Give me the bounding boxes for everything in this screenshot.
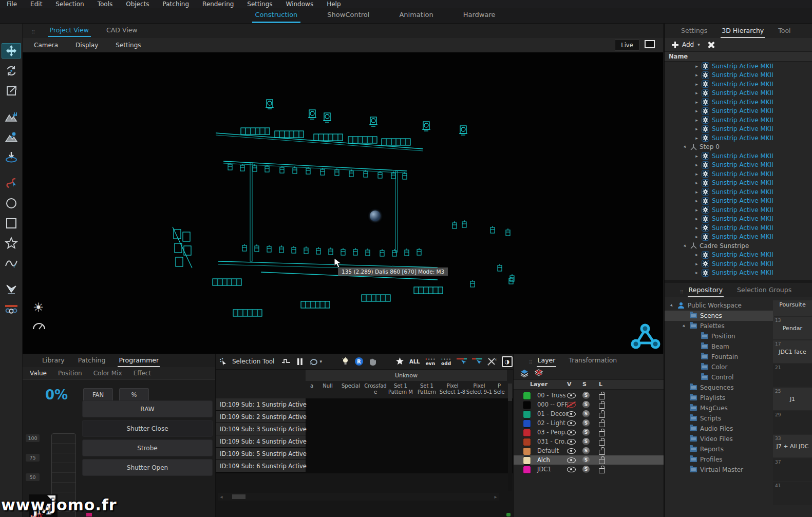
cue-cell[interactable]: 37 bbox=[773, 458, 812, 481]
repository-tree-row[interactable]: Fountain bbox=[665, 352, 773, 362]
fixture-row[interactable]: ID:109 Sub: 1 Sunstrip Active bbox=[216, 398, 306, 410]
hierarchy-tree-row[interactable]: ▸ Sunstrip Active MKII bbox=[665, 197, 812, 206]
expand-arrow-icon[interactable]: ▸ bbox=[694, 225, 699, 231]
solo-badge-icon[interactable]: S bbox=[582, 410, 590, 417]
mask-toggle-icon[interactable]: ◑ bbox=[502, 356, 513, 367]
programmer-subtab[interactable]: Color Mix bbox=[93, 370, 122, 377]
programmer-tab[interactable]: Programmer bbox=[118, 355, 160, 367]
hierarchy-tree-row[interactable]: ▸ Sunstrip Active MKII bbox=[665, 269, 812, 277]
layer-color-swatch[interactable] bbox=[523, 401, 531, 409]
right-panel-tab[interactable]: Tool bbox=[777, 26, 791, 38]
layer-color-swatch[interactable] bbox=[523, 429, 531, 437]
cue-cell[interactable]: 33 J7 + All JDC bbox=[773, 435, 812, 457]
layer-color-swatch[interactable] bbox=[523, 410, 531, 418]
scrollbar-thumb[interactable] bbox=[508, 384, 512, 401]
horizontal-scrollbar[interactable]: ◂ ▸ bbox=[218, 493, 499, 501]
value-table-column-header[interactable]: Pixel Select 1-8 bbox=[439, 383, 466, 395]
expand-arrow-icon[interactable]: ▸ bbox=[694, 207, 699, 213]
hierarchy-tree-row[interactable]: ▸ Sunstrip Active MKII bbox=[665, 179, 812, 188]
repository-tree-row[interactable]: ▸ Palettes bbox=[665, 321, 773, 331]
solo-badge-icon[interactable]: S bbox=[582, 447, 590, 454]
viewport-menu-item[interactable]: Display bbox=[75, 42, 98, 49]
detach-window-icon[interactable] bbox=[645, 40, 655, 48]
programmer-tab[interactable]: Patching bbox=[77, 355, 107, 367]
viewport-menu-item[interactable]: Camera bbox=[34, 42, 58, 49]
main-tab[interactable]: Hardware bbox=[460, 9, 499, 23]
cue-cell[interactable]: 17 JDC1 face bbox=[773, 340, 812, 363]
hierarchy-tree-row[interactable]: ▸ Sunstrip Active MKII bbox=[665, 80, 812, 89]
circle-tool-button[interactable] bbox=[2, 196, 21, 211]
programmer-action-button[interactable]: Strobe bbox=[82, 439, 213, 456]
layer-color-swatch[interactable] bbox=[523, 466, 531, 474]
expand-arrow-icon[interactable]: ▸ bbox=[681, 322, 688, 329]
visibility-eye-icon[interactable] bbox=[567, 467, 576, 472]
lock-icon[interactable] bbox=[599, 422, 605, 427]
menu-item[interactable]: Settings bbox=[240, 1, 279, 8]
value-table-column-header[interactable]: P Sele bbox=[493, 383, 506, 395]
layer-row[interactable]: JDC1 S bbox=[514, 465, 664, 474]
menu-item[interactable]: Help bbox=[320, 1, 347, 8]
visibility-eye-icon[interactable] bbox=[567, 457, 576, 463]
menu-item[interactable]: Patching bbox=[156, 1, 196, 8]
menu-item[interactable]: Rendering bbox=[196, 1, 240, 8]
add-button[interactable]: Add bbox=[682, 41, 694, 48]
scroll-right-arrow-icon[interactable]: ▸ bbox=[492, 494, 499, 500]
repository-tree-row[interactable]: Audio Files bbox=[665, 424, 773, 434]
menu-item[interactable]: Windows bbox=[279, 1, 320, 8]
menu-item[interactable]: Objects bbox=[119, 1, 156, 8]
menu-item[interactable]: Selection bbox=[49, 1, 90, 8]
programmer-subtab[interactable]: Position bbox=[58, 370, 82, 377]
cue-cell[interactable]: 41 bbox=[773, 482, 812, 505]
value-table-column-header[interactable]: Set 1 Pattern M bbox=[387, 383, 414, 395]
layer-row[interactable]: 031 - Cro... S bbox=[514, 437, 664, 446]
expand-arrow-icon[interactable]: ▸ bbox=[694, 64, 699, 69]
solo-badge-icon[interactable]: S bbox=[582, 392, 590, 399]
expand-arrow-icon[interactable]: ▸ bbox=[694, 90, 699, 95]
repository-tab[interactable]: Selection Groups bbox=[736, 285, 792, 297]
rectangle-tool-button[interactable] bbox=[2, 216, 21, 231]
cycle-mode-dropdown[interactable]: ▾ bbox=[309, 357, 322, 366]
add-layer-icon[interactable] bbox=[520, 369, 529, 378]
percent-button[interactable]: % bbox=[119, 388, 149, 401]
hierarchy-tree-row[interactable]: ▸ Sunstrip Active MKII bbox=[665, 233, 812, 242]
add-dropdown-caret-icon[interactable]: ▾ bbox=[697, 42, 700, 47]
select-all-button[interactable]: ALL bbox=[409, 359, 420, 365]
lock-icon[interactable] bbox=[599, 404, 605, 409]
scroll-left-arrow-icon[interactable]: ◂ bbox=[218, 494, 225, 500]
lock-icon[interactable] bbox=[599, 441, 605, 446]
visibility-eye-icon[interactable] bbox=[567, 411, 576, 417]
cue-cell[interactable]: 13 Pendar bbox=[773, 317, 812, 339]
pivot-gizmo-icon[interactable] bbox=[630, 322, 663, 352]
menu-item[interactable]: File bbox=[0, 1, 24, 8]
layer-color-swatch[interactable] bbox=[523, 447, 531, 455]
menu-item[interactable]: Tools bbox=[91, 1, 120, 8]
flag-tool-button[interactable] bbox=[2, 282, 21, 297]
lock-icon[interactable] bbox=[599, 431, 605, 436]
expand-arrow-icon[interactable]: ▸ bbox=[694, 162, 699, 167]
hierarchy-tree-row[interactable]: ▸ Sunstrip Active MKII bbox=[665, 133, 812, 143]
hierarchy-tree-row[interactable]: ▸ Sunstrip Active MKII bbox=[665, 223, 812, 233]
lock-icon[interactable] bbox=[599, 394, 605, 399]
hierarchy-tree-row[interactable]: ▸ Sunstrip Active MKII bbox=[665, 62, 812, 71]
expand-arrow-icon[interactable]: ▸ bbox=[694, 252, 699, 257]
select-even-button[interactable]: •••• evn bbox=[425, 357, 436, 366]
expand-arrow-icon[interactable]: ▸ bbox=[682, 144, 689, 150]
hierarchy-tree-row[interactable]: ▸ Sunstrip Active MKII bbox=[665, 187, 812, 197]
expand-arrow-icon[interactable]: ▸ bbox=[694, 261, 699, 266]
live-button[interactable]: Live bbox=[615, 40, 639, 51]
main-tab[interactable]: ShowControl bbox=[324, 9, 372, 23]
programmer-tab[interactable]: Library bbox=[41, 355, 66, 367]
expand-arrow-icon[interactable]: ▸ bbox=[682, 242, 689, 249]
fixture-row[interactable]: ID:109 Sub: 4 Sunstrip Active bbox=[216, 435, 306, 447]
expand-arrow-icon[interactable]: ▸ bbox=[694, 234, 699, 239]
expand-arrow-icon[interactable]: ▸ bbox=[694, 180, 699, 185]
programmer-action-button[interactable]: Shutter Close bbox=[82, 420, 213, 437]
hierarchy-tree-row[interactable]: ▸ Sunstrip Active MKII bbox=[665, 71, 812, 80]
select-odd-button[interactable]: •••• odd bbox=[441, 357, 451, 366]
layer-panel-tab[interactable]: Transformation bbox=[568, 355, 618, 367]
expand-arrow-icon[interactable]: ▸ bbox=[694, 82, 699, 87]
add-icon[interactable] bbox=[672, 42, 678, 48]
fixture-row[interactable]: ID:109 Sub: 5 Sunstrip Active bbox=[216, 448, 306, 459]
view-tab[interactable]: CAD View bbox=[104, 25, 140, 37]
visibility-eye-icon[interactable] bbox=[567, 448, 576, 454]
